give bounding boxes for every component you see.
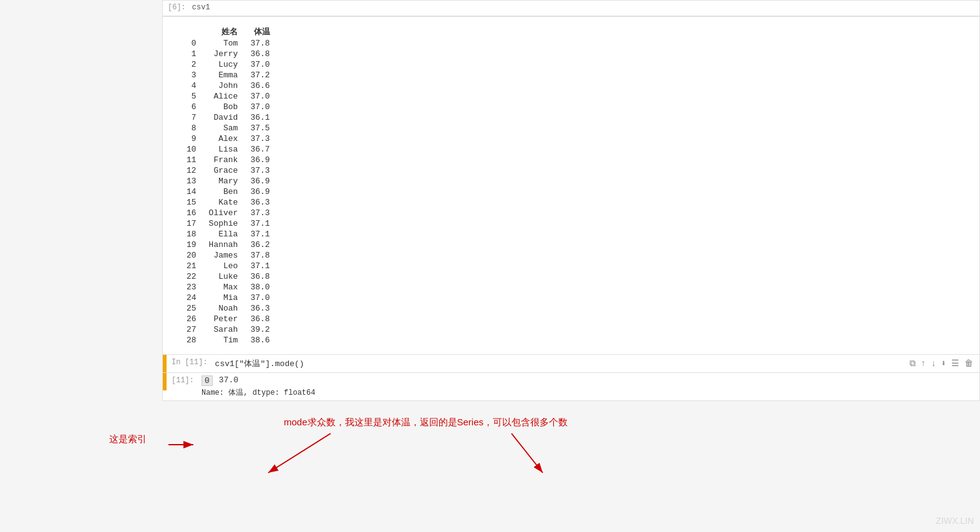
- row-index: 5: [182, 91, 204, 102]
- row-name: Emma: [204, 70, 246, 80]
- row-name: Alice: [204, 91, 246, 102]
- row-temp: 36.8: [245, 49, 277, 59]
- row-temp: 36.8: [245, 314, 277, 324]
- dataframe-output: 姓名 体温 0 Tom 37.8 1 Jerry 36.8 2 Lucy 37.…: [162, 16, 980, 355]
- row-name: Sam: [204, 123, 246, 133]
- table-row: 17 Sophie 37.1: [182, 218, 278, 229]
- row-index: 17: [182, 218, 204, 229]
- download-button[interactable]: ⬇: [941, 358, 946, 369]
- row-index: 4: [182, 80, 204, 91]
- table-row: 2 Lucy 37.0: [182, 59, 278, 70]
- table-row: 25 Noah 36.3: [182, 303, 278, 314]
- row-index: 0: [182, 38, 204, 49]
- svg-line-3: [512, 433, 543, 473]
- row-index: 11: [182, 155, 204, 165]
- row-index: 10: [182, 144, 204, 155]
- row-name: Hannah: [204, 239, 246, 250]
- row-index: 12: [182, 165, 204, 176]
- annotation-label-center: mode求众数，我这里是对体温，返回的是Series，可以包含很多个数: [284, 417, 568, 428]
- row-name: Oliver: [204, 208, 246, 218]
- result-value: 37.0: [219, 375, 238, 386]
- row-index: 14: [182, 186, 204, 197]
- row-index: 3: [182, 70, 204, 80]
- menu-button[interactable]: ☰: [951, 358, 959, 369]
- row-temp: 36.3: [245, 303, 277, 314]
- code-cell-content[interactable]: csv1["体温"].mode(): [213, 355, 903, 372]
- col-empty: [182, 26, 204, 38]
- table-row: 18 Ella 37.1: [182, 229, 278, 239]
- row-name: Mary: [204, 176, 246, 186]
- table-row: 21 Leo 37.1: [182, 261, 278, 271]
- table-row: 11 Frank 36.9: [182, 155, 278, 165]
- row-name: John: [204, 80, 246, 91]
- row-temp: 37.1: [245, 229, 277, 239]
- copy-button[interactable]: ⧉: [910, 359, 916, 369]
- row-temp: 37.8: [245, 38, 277, 49]
- col-name-header: 姓名: [204, 26, 246, 38]
- move-down-button[interactable]: ↓: [931, 359, 936, 369]
- csv1-label: csv1: [192, 3, 210, 12]
- row-name: Kate: [204, 197, 246, 208]
- table-row: 22 Luke 36.8: [182, 271, 278, 282]
- table-row: 8 Sam 37.5: [182, 123, 278, 133]
- table-row: 23 Max 38.0: [182, 282, 278, 293]
- row-index: 16: [182, 208, 204, 218]
- row-index: 9: [182, 133, 204, 144]
- row-index: 27: [182, 324, 204, 335]
- table-row: 9 Alex 37.3: [182, 133, 278, 144]
- row-index: 20: [182, 250, 204, 261]
- row-temp: 36.3: [245, 197, 277, 208]
- row-name: Frank: [204, 155, 246, 165]
- row-name: Peter: [204, 314, 246, 324]
- row-temp: 36.6: [245, 80, 277, 91]
- table-row: 26 Peter 36.8: [182, 314, 278, 324]
- row-index: 24: [182, 293, 204, 303]
- row-index: 13: [182, 176, 204, 186]
- row-name: Sarah: [204, 324, 246, 335]
- row-temp: 37.0: [245, 293, 277, 303]
- table-row: 1 Jerry 36.8: [182, 49, 278, 59]
- top-output-area: [6]: csv1: [162, 0, 980, 16]
- row-name: Grace: [204, 165, 246, 176]
- table-row: 7 David 36.1: [182, 112, 278, 123]
- col-temp-header: 体温: [245, 26, 277, 38]
- row-temp: 37.0: [245, 91, 277, 102]
- row-name: Noah: [204, 303, 246, 314]
- row-name: Luke: [204, 271, 246, 282]
- table-row: 10 Lisa 36.7: [182, 144, 278, 155]
- table-row: 13 Mary 36.9: [182, 176, 278, 186]
- row-index: 1: [182, 49, 204, 59]
- row-name: Tim: [204, 335, 246, 346]
- row-temp: 36.8: [245, 271, 277, 282]
- row-name: James: [204, 250, 246, 261]
- row-name: Leo: [204, 261, 246, 271]
- row-index: 23: [182, 282, 204, 293]
- row-temp: 36.2: [245, 239, 277, 250]
- code-cell-toolbar: ⧉ ↑ ↓ ⬇ ☰ 🗑: [903, 355, 979, 372]
- table-row: 16 Oliver 37.3: [182, 208, 278, 218]
- row-temp: 37.3: [245, 208, 277, 218]
- table-row: 24 Mia 37.0: [182, 293, 278, 303]
- row-name: Max: [204, 282, 246, 293]
- row-temp: 38.6: [245, 335, 277, 346]
- row-temp: 37.8: [245, 250, 277, 261]
- table-row: 5 Alice 37.0: [182, 91, 278, 102]
- table-row: 15 Kate 36.3: [182, 197, 278, 208]
- row-index: 8: [182, 123, 204, 133]
- result-index: 0: [201, 375, 213, 386]
- row-temp: 36.1: [245, 112, 277, 123]
- row-name: Lisa: [204, 144, 246, 155]
- row-temp: 36.9: [245, 155, 277, 165]
- result-value-row: 0 37.0: [201, 375, 315, 386]
- row-temp: 36.9: [245, 186, 277, 197]
- table-row: 27 Sarah 39.2: [182, 324, 278, 335]
- watermark: ZIWX.LIN: [936, 516, 974, 526]
- row-temp: 36.7: [245, 144, 277, 155]
- delete-button[interactable]: 🗑: [964, 359, 973, 369]
- move-up-button[interactable]: ↑: [921, 359, 926, 369]
- row-name: Jerry: [204, 49, 246, 59]
- table-row: 14 Ben 36.9: [182, 186, 278, 197]
- code-cell-label: In [11]:: [167, 355, 213, 367]
- row-name: David: [204, 112, 246, 123]
- row-temp: 39.2: [245, 324, 277, 335]
